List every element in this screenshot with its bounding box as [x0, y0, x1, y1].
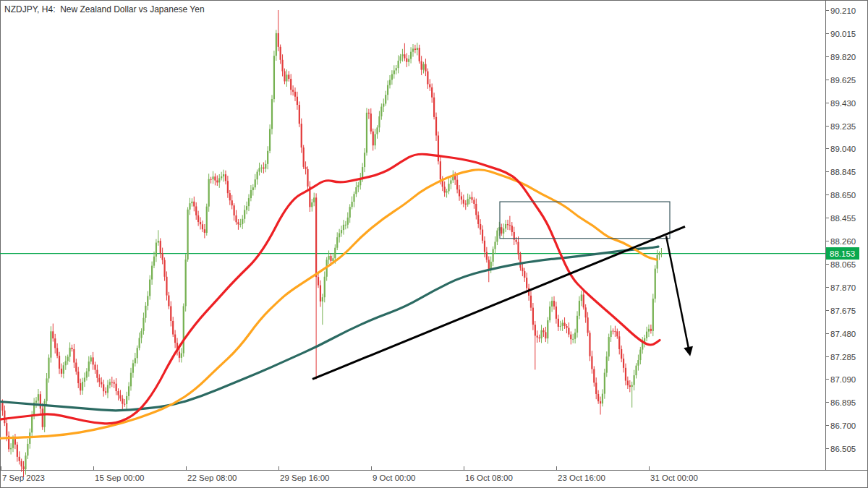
svg-text:7 Sep 2023: 7 Sep 2023	[2, 474, 45, 482]
chart-window: 90.21090.01589.82089.62589.43089.23589.0…	[0, 0, 868, 488]
svg-text:87.675: 87.675	[830, 307, 856, 315]
svg-text:86.700: 86.700	[830, 421, 856, 430]
svg-text:89.235: 89.235	[830, 122, 856, 131]
svg-text:9 Oct 00:00: 9 Oct 00:00	[373, 474, 415, 482]
svg-text:89.430: 89.430	[830, 99, 856, 108]
svg-text:87.870: 87.870	[830, 283, 856, 292]
svg-text:88.260: 88.260	[830, 237, 856, 246]
svg-text:16 Oct 08:00: 16 Oct 08:00	[465, 474, 513, 482]
svg-text:89.625: 89.625	[830, 76, 856, 85]
svg-text:29 Sep 16:00: 29 Sep 16:00	[280, 474, 329, 482]
svg-text:88.845: 88.845	[830, 168, 856, 176]
svg-text:90.015: 90.015	[830, 30, 856, 38]
svg-text:88.650: 88.650	[830, 191, 856, 200]
svg-text:88.065: 88.065	[830, 260, 856, 269]
plot-frame	[1, 1, 868, 488]
svg-text:31 Oct 00:00: 31 Oct 00:00	[650, 474, 698, 482]
svg-text:86.505: 86.505	[830, 445, 856, 453]
price-chart[interactable]: 90.21090.01589.82089.62589.43089.23589.0…	[0, 0, 868, 488]
svg-text:88.153: 88.153	[830, 249, 855, 258]
svg-text:86.895: 86.895	[830, 398, 856, 407]
svg-text:90.210: 90.210	[830, 7, 856, 15]
svg-text:22 Sep 08:00: 22 Sep 08:00	[187, 474, 237, 482]
svg-text:87.285: 87.285	[830, 353, 856, 361]
svg-text:89.040: 89.040	[830, 145, 856, 153]
current-price-badge: 88.153	[826, 247, 859, 260]
svg-text:88.455: 88.455	[830, 214, 856, 223]
svg-text:23 Oct 16:00: 23 Oct 16:00	[558, 474, 605, 482]
svg-text:87.480: 87.480	[830, 330, 856, 338]
svg-text:87.090: 87.090	[830, 375, 856, 384]
symbol-title: NZDJPY, H4: New Zealand Dollar vs Japane…	[4, 4, 205, 14]
svg-text:15 Sep 00:00: 15 Sep 00:00	[95, 474, 144, 482]
svg-text:89.820: 89.820	[830, 53, 856, 61]
